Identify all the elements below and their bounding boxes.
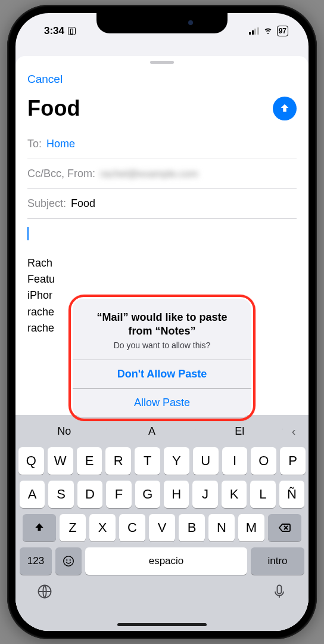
svg-point-2 <box>70 559 71 561</box>
key-v[interactable]: V <box>149 514 175 541</box>
key-y[interactable]: Y <box>164 447 189 475</box>
key-q[interactable]: Q <box>18 447 44 475</box>
alert-title: “Mail” would like to paste from “Notes” <box>86 311 238 339</box>
key-row-2: A S D F G H J K L Ñ <box>18 481 306 508</box>
key-h[interactable]: H <box>164 481 189 508</box>
key-m[interactable]: M <box>238 514 264 541</box>
key-n[interactable]: N <box>208 514 235 541</box>
key-j[interactable]: J <box>192 481 217 508</box>
delete-key[interactable] <box>268 514 301 541</box>
suggestion-1[interactable]: No <box>21 425 107 438</box>
text-cursor <box>27 227 29 240</box>
notch <box>96 13 228 33</box>
globe-key[interactable] <box>36 583 53 602</box>
key-c[interactable]: C <box>119 514 145 541</box>
key-a[interactable]: A <box>20 481 45 508</box>
key-e[interactable]: E <box>77 447 102 475</box>
alert-message: Do you want to allow this? <box>86 340 238 350</box>
mic-icon <box>271 583 288 600</box>
from-value-redacted: rachel@example.com <box>100 168 198 180</box>
key-u[interactable]: U <box>193 447 219 475</box>
subject-label: Subject: <box>27 197 66 210</box>
sheet-grabber[interactable] <box>150 61 174 64</box>
home-indicator[interactable] <box>117 623 207 626</box>
to-value: Home <box>46 138 75 150</box>
wifi-icon <box>263 24 273 38</box>
key-g[interactable]: G <box>135 481 160 508</box>
key-s[interactable]: S <box>48 481 73 508</box>
keyboard: No A El ‹ Q W E R T Y U I O P A S D <box>15 415 309 631</box>
svg-point-1 <box>66 559 67 561</box>
phone-frame: 3:34 ▯ 97 Cancel Food <box>7 5 317 639</box>
key-z[interactable]: Z <box>60 514 86 541</box>
key-f[interactable]: F <box>106 481 131 508</box>
shift-key[interactable] <box>23 514 56 541</box>
cancel-button[interactable]: Cancel <box>27 73 63 86</box>
shift-icon <box>33 522 45 534</box>
paste-permission-alert: “Mail” would like to paste from “Notes” … <box>73 299 251 417</box>
emoji-icon <box>62 555 75 568</box>
cc-from-field[interactable]: Cc/Bcc, From: rachel@example.com <box>27 159 297 189</box>
globe-icon <box>36 583 53 600</box>
key-i[interactable]: I <box>222 447 248 475</box>
suggestion-2[interactable]: A <box>108 425 195 438</box>
key-p[interactable]: P <box>280 447 306 475</box>
key-w[interactable]: W <box>48 447 73 475</box>
compose-title: Food <box>27 96 80 121</box>
key-x[interactable]: X <box>89 514 116 541</box>
dont-allow-button[interactable]: Don't Allow Paste <box>73 360 251 388</box>
return-key[interactable]: intro <box>251 547 304 575</box>
key-enye[interactable]: Ñ <box>279 481 304 508</box>
dictation-key[interactable] <box>271 583 288 602</box>
chevron-left-icon[interactable]: ‹ <box>284 425 303 438</box>
suggestion-3[interactable]: El <box>197 425 283 438</box>
key-o[interactable]: O <box>251 447 276 475</box>
key-row-1: Q W E R T Y U I O P <box>18 447 306 475</box>
key-t[interactable]: T <box>135 447 160 475</box>
key-k[interactable]: K <box>222 481 247 508</box>
status-time: 3:34 <box>44 25 64 37</box>
key-l[interactable]: L <box>250 481 275 508</box>
subject-value: Food <box>71 197 95 210</box>
space-key[interactable]: espacio <box>85 547 247 575</box>
send-button[interactable] <box>273 97 297 120</box>
to-label: To: <box>27 138 42 150</box>
cellular-signal-icon <box>249 27 259 35</box>
screen: 3:34 ▯ 97 Cancel Food <box>15 13 309 631</box>
subject-field[interactable]: Subject: Food <box>27 189 297 219</box>
key-b[interactable]: B <box>179 514 205 541</box>
key-row-3: Z X C V B N M <box>18 514 306 541</box>
emoji-key[interactable] <box>55 547 82 575</box>
key-row-4: 123 espacio intro <box>18 547 306 580</box>
numbers-key[interactable]: 123 <box>20 547 52 575</box>
arrow-up-icon <box>278 102 291 115</box>
backspace-icon <box>278 521 292 535</box>
suggestion-bar: No A El ‹ <box>18 420 306 447</box>
battery-icon: 97 <box>277 26 288 36</box>
navbar: Cancel <box>15 66 309 92</box>
cc-label: Cc/Bcc, From: <box>27 168 95 180</box>
svg-point-0 <box>64 556 74 566</box>
key-r[interactable]: R <box>105 447 131 475</box>
orientation-lock-icon: ▯ <box>68 27 76 35</box>
highlight-annotation: “Mail” would like to paste from “Notes” … <box>68 295 256 422</box>
key-d[interactable]: D <box>77 481 102 508</box>
to-field[interactable]: To: Home <box>27 129 297 159</box>
svg-rect-4 <box>278 586 282 594</box>
allow-button[interactable]: Allow Paste <box>73 388 251 417</box>
